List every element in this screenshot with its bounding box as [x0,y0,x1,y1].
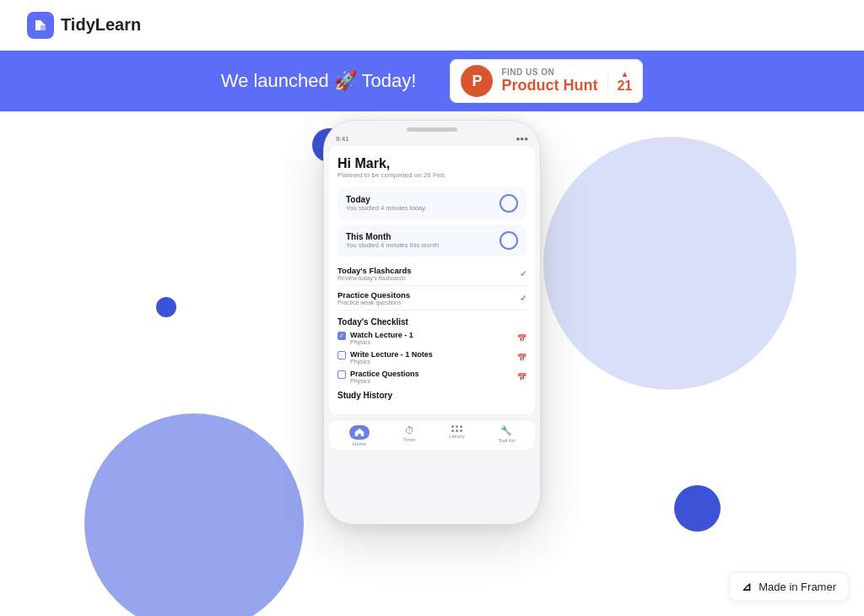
practice-task: Practice Quesitons Practice weak questio… [338,286,526,311]
nav-timer[interactable]: ⏱ Timer [403,425,416,446]
today-progress-circle [500,194,518,213]
study-history-title: Study History [338,391,526,400]
bottom-nav: Home ⏱ Timer Library 🔧 Tool Kit [329,419,535,450]
logo[interactable]: TidyLearn [27,12,141,39]
timer-icon: ⏱ [405,425,414,435]
library-icon [451,425,462,432]
product-hunt-badge[interactable]: P FIND US ON Product Hunt ▲ 21 [450,59,643,103]
phone-status-bar: 9:41 ●●● [324,135,540,146]
phone-mockup: 9:41 ●●● Hi Mark, Planned to be complete… [323,120,541,525]
calendar-icon-1: 📅 [517,334,526,343]
checklist-item-1: Watch Lecture - 1 Physics 📅 [338,331,526,345]
calendar-icon-2: 📅 [517,354,526,362]
framer-logo-icon: ⊿ [742,580,752,593]
logo-icon [27,12,54,39]
ph-votes: ▲ 21 [608,69,632,94]
circle-large-left [84,413,304,616]
phone-screen: Hi Mark, Planned to be completed on 26 F… [329,146,535,414]
circle-small-left [156,297,176,317]
header: TidyLearn [0,0,864,51]
circle-large-right [543,137,796,390]
flashcard-check-icon: ✓ [520,269,526,278]
nav-library[interactable]: Library [449,425,464,446]
logo-text: TidyLearn [61,15,141,35]
main-content: 9:41 ●●● Hi Mark, Planned to be complete… [0,111,864,616]
made-in-framer-badge[interactable]: ⊿ Made in Framer [729,572,849,601]
launch-text: We launched 🚀 Today! [221,70,417,92]
ph-text-block: FIND US ON Product Hunt [501,68,597,95]
phone-pill [407,127,457,132]
made-in-framer-label: Made in Framer [759,581,836,593]
greeting-sub: Planned to be completed on 26 Feb. [338,171,526,179]
home-icon [349,425,370,440]
phone-frame: 9:41 ●●● Hi Mark, Planned to be complete… [323,120,541,525]
checklist-item-3: Practice Questions Physics 📅 [338,370,526,384]
flashcards-task: Today's Flashcards Review today's flashc… [338,262,526,286]
practice-check-icon: ✓ [520,294,526,303]
toolkit-icon: 🔧 [500,425,512,436]
launch-banner: We launched 🚀 Today! P FIND US ON Produc… [0,51,864,111]
checklist-section-title: Today's Checklist [338,317,526,327]
checkbox-2[interactable] [338,351,346,359]
month-card: This Month You studied 4 minutes this mo… [338,224,526,257]
ph-logo: P [461,65,493,97]
greeting-name: Hi Mark, [338,156,526,171]
nav-home[interactable]: Home [349,425,370,446]
phone-notch [324,121,540,135]
nav-toolkit[interactable]: 🔧 Tool Kit [498,425,515,446]
calendar-icon-3: 📅 [517,373,526,381]
today-card: Today You studied 4 minutes today. [338,187,526,219]
circle-small-right [674,485,721,532]
checkbox-1[interactable] [338,332,346,340]
checklist-item-2: Write Lecture - 1 Notes Physics 📅 [338,350,526,365]
month-progress-circle [500,231,518,250]
checkbox-3[interactable] [338,370,346,379]
